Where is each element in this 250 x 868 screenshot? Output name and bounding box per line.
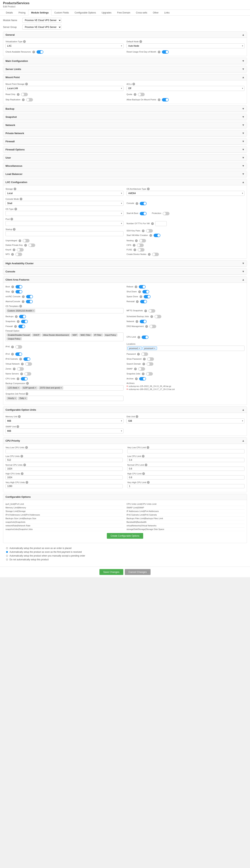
dns-management-toggle[interactable] (149, 325, 156, 328)
very-high-cpu-units-input[interactable] (5, 484, 123, 488)
high-cpu-limit-info-icon[interactable]: ? (142, 472, 145, 475)
skip-replication-toggle[interactable] (26, 98, 33, 101)
lxc-storage-info-icon[interactable]: ? (14, 188, 16, 190)
show-password-toggle[interactable] (147, 358, 154, 361)
section-cpu-priority-header[interactable]: CPU Priority ▲ (3, 438, 247, 444)
os-type-select[interactable] (5, 211, 123, 216)
read-only-info-icon[interactable]: ? (17, 93, 20, 96)
mount-point-storage-select[interactable]: Local-LVM (5, 86, 123, 91)
cpu-units-info-icon[interactable]: ? (17, 377, 19, 380)
reinstall-toggle[interactable] (140, 300, 147, 303)
setup-radio-1[interactable] (6, 547, 8, 549)
server-group-select[interactable]: Proxmox VE Cloud VPS Server (22, 25, 61, 30)
scheduled-backup-jobs-info-icon[interactable]: ? (150, 315, 153, 318)
swap-unit-info-icon[interactable]: ? (16, 425, 19, 428)
firewall-tag-5[interactable]: MAC Filter (79, 334, 92, 337)
keyctl-info-icon[interactable]: ? (13, 248, 15, 251)
tab-cross-sells[interactable]: Cross-sells (133, 10, 150, 16)
acls-select[interactable]: Off (127, 86, 245, 91)
ipv6-subnets-info-icon[interactable]: ? (19, 358, 22, 361)
start-vm-info-icon[interactable]: ? (149, 234, 152, 237)
startup-info-icon[interactable]: ? (13, 228, 15, 231)
snapshot-period-tag-1[interactable]: Hourly × (6, 397, 17, 400)
section-private-network-header[interactable]: Private Network ▼ (3, 130, 247, 136)
high-cpu-units-info-icon[interactable]: ? (21, 472, 24, 475)
firewall-tag-3[interactable]: Allow Router Advertisement (42, 334, 70, 337)
acls-info-icon[interactable]: ? (132, 83, 135, 85)
unprivileged-toggle[interactable] (23, 239, 30, 242)
tab-details[interactable]: Details (3, 10, 16, 16)
module-name-select[interactable]: Proxmox VE Cloud VPS Server (22, 18, 61, 23)
firewall-tag-6[interactable]: IP Filter (93, 334, 103, 337)
console-toggle[interactable] (140, 202, 147, 205)
setup-radio-3[interactable] (6, 555, 8, 557)
swap-unit-select[interactable]: MiB (5, 429, 123, 433)
backups-toggle[interactable] (19, 315, 26, 318)
default-node-select[interactable]: Auto-Node (127, 43, 245, 49)
location-tag-2[interactable]: proxmox4 × (143, 346, 157, 350)
reset-usage-info-icon[interactable]: ? (158, 51, 160, 53)
ipv6-subnets-toggle[interactable] (24, 358, 30, 361)
section-lxc-configuration-header[interactable]: LXC Configuration ▲ (3, 179, 247, 185)
stop-toggle[interactable] (15, 290, 22, 293)
very-low-cpu-limit-info-icon[interactable]: ? (147, 446, 149, 449)
section-miscellaneous-header[interactable]: Miscellaneous ▼ (3, 163, 247, 169)
default-node-info-icon[interactable]: ? (139, 40, 142, 43)
virtualization-type-select[interactable]: LXC (5, 43, 123, 49)
section-server-limits-header[interactable]: Server Limits ▼ (3, 66, 247, 72)
shut-down-toggle[interactable] (142, 290, 149, 293)
section-snapshot-header[interactable]: Snapshot ▼ (3, 114, 247, 120)
firewall-tag-8[interactable]: Output Policy (6, 337, 22, 340)
allow-backups-info-icon[interactable]: ? (158, 98, 160, 101)
firewall-tag-7[interactable]: Input Policy (104, 334, 118, 337)
keyctl-toggle[interactable] (17, 248, 24, 251)
section-network-header[interactable]: Network ▼ (3, 122, 247, 128)
nfs-toggle[interactable] (15, 253, 22, 256)
show-password-info-icon[interactable]: ? (143, 358, 146, 361)
high-cpu-units-input[interactable] (5, 475, 123, 479)
section-configurable-options-header[interactable]: Configurable Options (3, 494, 247, 500)
very-high-cpu-limit-info-icon[interactable]: ? (147, 481, 150, 484)
quota-toggle[interactable] (138, 93, 145, 96)
disk-unit-select[interactable]: GiB (127, 418, 245, 423)
name-servers-toggle[interactable] (25, 372, 31, 376)
name-servers-info-icon[interactable]: ? (20, 373, 23, 375)
high-cpu-limit-input[interactable] (127, 475, 245, 479)
low-cpu-units-input[interactable] (5, 458, 123, 462)
password-toggle[interactable] (141, 352, 148, 356)
pool-select[interactable] (5, 221, 123, 226)
mftg-snapshots-info-icon[interactable]: ? (144, 310, 147, 312)
reset-usage-toggle[interactable] (162, 50, 169, 54)
low-cpu-units-info-icon[interactable]: ? (21, 455, 23, 458)
cpu-limit-toggle[interactable] (142, 336, 148, 339)
snapshot-job-period-info-icon[interactable]: ? (26, 393, 28, 395)
snapshot-period-tag-2[interactable]: Daily × (18, 397, 28, 400)
start-vm-toggle[interactable] (153, 234, 160, 237)
protection-toggle[interactable] (163, 212, 170, 215)
section-firewall-header[interactable]: Firewall ▼ (3, 138, 247, 145)
reinstall-info-icon[interactable]: ? (136, 300, 139, 303)
unprivileged-info-icon[interactable]: ? (19, 239, 21, 242)
tab-links[interactable]: Links (162, 10, 172, 16)
very-high-cpu-limit-input[interactable] (127, 484, 245, 488)
nesting-toggle[interactable] (139, 239, 146, 242)
create-device-nodes-toggle[interactable] (152, 253, 159, 256)
normal-cpu-units-info-icon[interactable]: ? (23, 464, 26, 466)
section-client-area-features-header[interactable]: Client Area Features ▲ (3, 277, 247, 283)
search-domain-info-icon[interactable]: ? (142, 363, 145, 365)
space-done-info-icon[interactable]: ? (140, 295, 142, 298)
delete-private-key-toggle[interactable] (28, 244, 35, 247)
firewall-feature-toggle[interactable] (19, 325, 25, 328)
lxc-storage-select[interactable]: Local (5, 191, 123, 196)
virtual-network-toggle[interactable] (25, 362, 32, 366)
section-main-configuration-header[interactable]: Main Configuration ▼ (3, 58, 247, 64)
tab-other[interactable]: Other (150, 10, 162, 16)
ssh-key-pairs-info-icon[interactable]: ? (142, 229, 144, 232)
ssh-key-pairs-toggle[interactable] (146, 229, 153, 232)
tab-custom-fields[interactable]: Custom Fields (51, 10, 72, 16)
backup-compression-info-icon[interactable]: ? (26, 382, 29, 385)
memory-unit-info-icon[interactable]: ? (18, 415, 21, 418)
archive-remove-1[interactable]: × (127, 385, 128, 388)
console-mode-select[interactable]: Shell (5, 201, 123, 206)
normal-cpu-units-input[interactable] (5, 467, 123, 471)
